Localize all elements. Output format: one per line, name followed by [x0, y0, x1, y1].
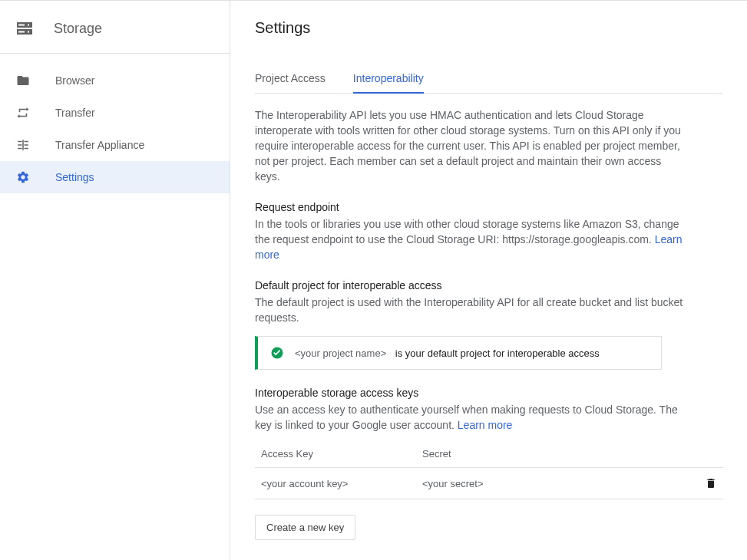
cell-secret: <your secret>: [422, 478, 694, 489]
default-project-heading: Default project for interoperable access: [255, 279, 722, 292]
keys-learn-more-link[interactable]: Learn more: [458, 419, 513, 431]
section-request-endpoint: Request endpoint In the tools or librari…: [255, 201, 722, 262]
access-keys-table: Access Key Secret <your account key> <yo…: [255, 440, 723, 499]
cell-access-key: <your account key>: [261, 478, 422, 489]
access-keys-body: Use an access key to authenticate yourse…: [255, 402, 685, 433]
page-title: Settings: [255, 19, 722, 37]
section-access-keys: Interoperable storage access keys Use an…: [255, 387, 722, 540]
transfer-icon: [15, 106, 31, 120]
sidebar-item-transfer-appliance[interactable]: Transfer Appliance: [0, 129, 230, 161]
table-row: <your account key> <your secret>: [255, 468, 723, 499]
svg-rect-2: [28, 25, 29, 26]
svg-rect-7: [18, 144, 21, 146]
check-circle-icon: [270, 346, 284, 360]
tab-project-access[interactable]: Project Access: [255, 64, 326, 94]
svg-rect-12: [22, 140, 24, 150]
sidebar-header: Storage: [0, 1, 230, 54]
section-default-project: Default project for interoperable access…: [255, 279, 722, 370]
default-project-callout: <your project name> is your default proj…: [255, 336, 662, 370]
svg-rect-10: [25, 144, 28, 146]
sidebar-item-browser[interactable]: Browser: [0, 64, 230, 97]
col-header-access-key: Access Key: [261, 448, 422, 460]
svg-rect-3: [28, 31, 29, 33]
request-endpoint-text: In the tools or libraries you use with o…: [255, 218, 679, 245]
col-header-actions: [694, 448, 717, 460]
sidebar-item-label: Transfer: [55, 107, 95, 119]
trash-icon[interactable]: [705, 477, 717, 489]
sidebar-nav: Browser Transfer Transfer Appliance Sett…: [0, 54, 230, 193]
svg-rect-4: [18, 25, 25, 26]
callout-text: <your project name> is your default proj…: [295, 348, 600, 359]
default-project-body: The default project is used with the Int…: [255, 295, 685, 325]
svg-rect-8: [18, 148, 21, 150]
access-keys-heading: Interoperable storage access keys: [255, 387, 722, 399]
intro-text: The Interoperability API lets you use HM…: [255, 107, 685, 184]
tabs: Project Access Interoperability: [255, 64, 722, 94]
svg-rect-9: [25, 141, 28, 143]
appliance-icon: [15, 138, 31, 152]
sidebar-item-transfer[interactable]: Transfer: [0, 97, 230, 129]
callout-suffix: is your default project for interoperabl…: [395, 348, 600, 359]
tab-interoperability[interactable]: Interoperability: [353, 64, 424, 94]
svg-rect-6: [18, 141, 21, 143]
request-endpoint-heading: Request endpoint: [255, 201, 722, 213]
sidebar-item-label: Settings: [55, 171, 94, 183]
storage-icon: [15, 19, 34, 38]
callout-project-name: <your project name>: [295, 348, 386, 359]
col-header-secret: Secret: [422, 448, 694, 460]
sidebar-item-settings[interactable]: Settings: [0, 161, 230, 193]
sidebar-title: Storage: [54, 21, 102, 37]
create-key-button[interactable]: Create a new key: [255, 515, 355, 540]
table-header: Access Key Secret: [255, 440, 723, 468]
request-endpoint-body: In the tools or libraries you use with o…: [255, 216, 685, 262]
svg-rect-5: [18, 31, 25, 33]
sidebar-item-label: Transfer Appliance: [55, 139, 144, 151]
browser-icon: [15, 74, 31, 87]
sidebar-item-label: Browser: [55, 74, 94, 87]
sidebar: Storage Browser Transfer Transfer Applia…: [0, 1, 230, 560]
gear-icon: [15, 170, 31, 184]
main-content: Settings Project Access Interoperability…: [230, 1, 747, 560]
svg-rect-11: [25, 148, 28, 150]
